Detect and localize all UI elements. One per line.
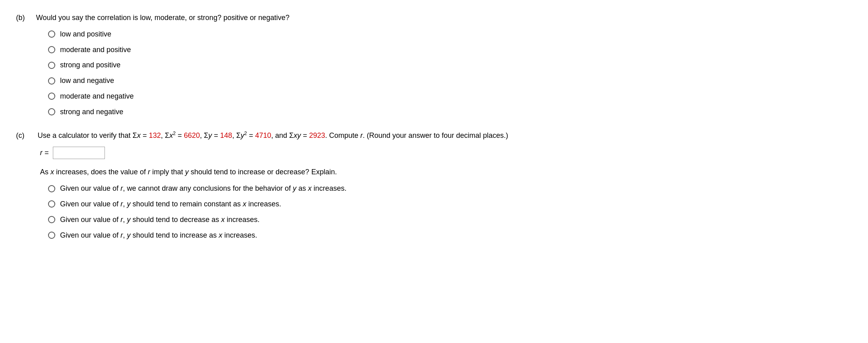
radio-circle-5[interactable] xyxy=(48,93,55,100)
sub-radio-circle-4[interactable] xyxy=(48,232,55,239)
radio-option-1[interactable]: low and positive xyxy=(48,28,852,40)
radio-label-1: low and positive xyxy=(60,28,111,40)
part-b-section: (b) Would you say the correlation is low… xyxy=(16,12,852,118)
sub-radio-label-1: Given our value of r, we cannot draw any… xyxy=(60,183,346,194)
radio-label-6: strong and negative xyxy=(60,106,123,118)
radio-option-5[interactable]: moderate and negative xyxy=(48,91,852,102)
r-answer-input[interactable] xyxy=(53,147,105,159)
radio-circle-6[interactable] xyxy=(48,108,55,115)
radio-circle-1[interactable] xyxy=(48,30,55,38)
radio-circle-2[interactable] xyxy=(48,46,55,53)
part-c-question-text: Use a calculator to verify that Σx = 132… xyxy=(38,130,508,141)
part-c-header: (c) Use a calculator to verify that Σx =… xyxy=(16,130,852,141)
sub-radio-circle-1[interactable] xyxy=(48,185,55,192)
part-c-label: (c) xyxy=(16,130,36,141)
radio-option-4[interactable]: low and negative xyxy=(48,75,852,87)
radio-label-4: low and negative xyxy=(60,75,114,87)
r-input-row: r = xyxy=(40,147,852,159)
r-eq-label: r = xyxy=(40,147,49,159)
radio-label-3: strong and positive xyxy=(60,59,121,71)
part-b-header: (b) Would you say the correlation is low… xyxy=(16,12,852,24)
sub-radio-option-1[interactable]: Given our value of r, we cannot draw any… xyxy=(48,183,852,194)
radio-option-2[interactable]: moderate and positive xyxy=(48,44,852,56)
as-x-question: As x increases, does the value of r impl… xyxy=(40,166,852,178)
sub-radio-circle-3[interactable] xyxy=(48,216,55,223)
part-b-question: Would you say the correlation is low, mo… xyxy=(36,12,289,24)
radio-circle-4[interactable] xyxy=(48,77,55,85)
radio-option-6[interactable]: strong and negative xyxy=(48,106,852,118)
sub-radio-label-2: Given our value of r, y should tend to r… xyxy=(60,198,281,210)
part-c-section: (c) Use a calculator to verify that Σx =… xyxy=(16,130,852,241)
sub-radio-option-2[interactable]: Given our value of r, y should tend to r… xyxy=(48,198,852,210)
sub-radio-option-3[interactable]: Given our value of r, y should tend to d… xyxy=(48,214,852,226)
part-b-label: (b) xyxy=(16,12,36,24)
sub-radio-label-3: Given our value of r, y should tend to d… xyxy=(60,214,259,226)
sub-radio-circle-2[interactable] xyxy=(48,200,55,208)
radio-option-3[interactable]: strong and positive xyxy=(48,59,852,71)
sub-radio-option-4[interactable]: Given our value of r, y should tend to i… xyxy=(48,230,852,241)
radio-label-5: moderate and negative xyxy=(60,91,134,102)
part-b-radio-group: low and positive moderate and positive s… xyxy=(48,28,852,118)
radio-circle-3[interactable] xyxy=(48,62,55,69)
part-c-radio-group: Given our value of r, we cannot draw any… xyxy=(48,183,852,241)
radio-label-2: moderate and positive xyxy=(60,44,131,56)
sub-radio-label-4: Given our value of r, y should tend to i… xyxy=(60,230,257,241)
